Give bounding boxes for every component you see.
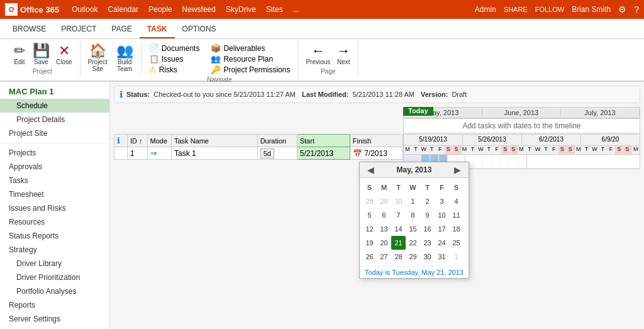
cal-day-28a[interactable]: 28 bbox=[362, 194, 377, 208]
close-button[interactable]: ✕ Close bbox=[53, 43, 75, 67]
cal-day-29b[interactable]: 29 bbox=[406, 250, 420, 264]
resource-plan-button[interactable]: 👥 Resource Plan bbox=[208, 53, 292, 64]
cal-day-8[interactable]: 8 bbox=[406, 208, 420, 222]
sidebar-item-tasks[interactable]: Tasks bbox=[0, 174, 109, 187]
admin-menu[interactable]: Admin bbox=[475, 5, 496, 14]
sidebar-item-approvals[interactable]: Approvals bbox=[0, 160, 109, 174]
cal-day-3[interactable]: 3 bbox=[435, 194, 449, 208]
nav-more[interactable]: ... bbox=[293, 5, 299, 14]
today-button[interactable]: Today bbox=[403, 107, 433, 116]
cal-day-2[interactable]: 2 bbox=[420, 194, 435, 208]
col-mode[interactable]: Mode bbox=[147, 135, 171, 147]
cal-day-24[interactable]: 24 bbox=[435, 236, 449, 250]
sidebar-item-schedule[interactable]: Schedule bbox=[0, 99, 109, 113]
issues-button[interactable]: 📋 Issues bbox=[147, 53, 203, 64]
cal-day-30a[interactable]: 30 bbox=[391, 194, 406, 208]
cal-day-20[interactable]: 20 bbox=[377, 236, 391, 250]
edit-button[interactable]: ✏ Edit bbox=[10, 43, 29, 67]
cal-day-4[interactable]: 4 bbox=[449, 194, 464, 208]
sidebar-item-status-reports[interactable]: Status Reports bbox=[0, 229, 109, 243]
cal-day-19[interactable]: 19 bbox=[362, 236, 377, 250]
cal-day-13[interactable]: 13 bbox=[377, 222, 391, 236]
nav-skydrive[interactable]: SkyDrive bbox=[226, 5, 256, 14]
col-finish[interactable]: Finish bbox=[350, 135, 402, 147]
nav-outlook[interactable]: Outlook bbox=[72, 5, 97, 14]
sidebar-item-projects[interactable]: Projects bbox=[0, 146, 109, 160]
sidebar-item-resources[interactable]: Resources bbox=[0, 215, 109, 229]
cal-day-27[interactable]: 27 bbox=[377, 250, 391, 264]
cal-day-11[interactable]: 11 bbox=[449, 208, 464, 222]
nav-sites[interactable]: Sites bbox=[266, 5, 283, 14]
documents-button[interactable]: 📄 Documents bbox=[147, 43, 203, 53]
sidebar-item-timesheet[interactable]: Timesheet bbox=[0, 187, 109, 201]
cal-day-22[interactable]: 22 bbox=[406, 236, 420, 250]
sidebar-item-project-site[interactable]: Project Site bbox=[0, 126, 109, 140]
task-name-cell[interactable]: Task 1 bbox=[171, 147, 257, 160]
cal-next-button[interactable]: ▶ bbox=[452, 165, 464, 175]
office-logo[interactable]: O Office 365 bbox=[5, 3, 59, 16]
cal-hdr-w: W bbox=[406, 181, 420, 194]
cal-day-28b[interactable]: 28 bbox=[391, 250, 406, 264]
tab-page[interactable]: PAGE bbox=[104, 21, 139, 38]
project-permissions-button[interactable]: 🔑 Project Permissions bbox=[208, 64, 292, 75]
task-finish[interactable]: 📅 7/2013 bbox=[350, 147, 402, 160]
gear-icon[interactable]: ⚙ bbox=[618, 4, 626, 14]
tab-browse[interactable]: BROWSE bbox=[5, 21, 53, 38]
sidebar-item-server-settings[interactable]: Server Settings bbox=[0, 312, 109, 326]
nav-people[interactable]: People bbox=[148, 5, 172, 14]
sidebar-item-reports[interactable]: Reports bbox=[0, 298, 109, 312]
tab-project[interactable]: PROJECT bbox=[53, 21, 104, 38]
tab-task[interactable]: TASK bbox=[140, 21, 175, 38]
cal-day-31[interactable]: 31 bbox=[435, 250, 449, 264]
cal-day-17[interactable]: 17 bbox=[435, 222, 449, 236]
cal-day-26[interactable]: 26 bbox=[362, 250, 377, 264]
cal-day-15[interactable]: 15 bbox=[406, 222, 420, 236]
cal-day-30b[interactable]: 30 bbox=[420, 250, 435, 264]
cal-day-16[interactable]: 16 bbox=[420, 222, 435, 236]
help-icon[interactable]: ? bbox=[634, 4, 639, 14]
today-date[interactable]: Tuesday, May 21, 2013 bbox=[392, 269, 464, 276]
next-button[interactable]: → Next bbox=[334, 43, 353, 67]
sidebar-item-strategy[interactable]: Strategy bbox=[0, 243, 109, 257]
build-team-button[interactable]: 👥 BuildTeam bbox=[114, 43, 136, 74]
col-duration[interactable]: Duration bbox=[257, 135, 297, 147]
sidebar-item-portfolio-analyses[interactable]: Portfolio Analyses bbox=[0, 284, 109, 298]
cal-day-12[interactable]: 12 bbox=[362, 222, 377, 236]
user-name[interactable]: Brian Smith bbox=[572, 5, 611, 14]
follow-button[interactable]: FOLLOW bbox=[535, 6, 564, 13]
tab-options[interactable]: OPTIONS bbox=[175, 21, 224, 38]
nav-calendar[interactable]: Calendar bbox=[108, 5, 139, 14]
cal-day-14[interactable]: 14 bbox=[391, 222, 406, 236]
cal-prev-button[interactable]: ◀ bbox=[365, 165, 377, 175]
nav-newsfeed[interactable]: Newsfeed bbox=[182, 5, 216, 14]
task-duration[interactable]: 5d bbox=[257, 147, 297, 160]
deliverables-button[interactable]: 📦 Deliverables bbox=[208, 43, 292, 53]
cal-day-5[interactable]: 5 bbox=[362, 208, 377, 222]
cal-day-18[interactable]: 18 bbox=[449, 222, 464, 236]
cal-day-23[interactable]: 23 bbox=[420, 236, 435, 250]
chart-cell-14 bbox=[518, 155, 527, 169]
col-start[interactable]: Start bbox=[297, 135, 350, 147]
save-button[interactable]: 💾 Save bbox=[30, 43, 52, 67]
share-button[interactable]: SHARE bbox=[504, 6, 528, 13]
cal-day-6[interactable]: 6 bbox=[377, 208, 391, 222]
cal-day-1[interactable]: 1 bbox=[406, 194, 420, 208]
cal-day-25[interactable]: 25 bbox=[449, 236, 464, 250]
cal-day-9[interactable]: 9 bbox=[420, 208, 435, 222]
project-site-button[interactable]: 🏠 ProjectSite bbox=[86, 43, 110, 74]
sidebar-item-driver-prioritization[interactable]: Driver Prioritization bbox=[0, 270, 109, 284]
risks-button[interactable]: ⚠ Risks bbox=[147, 64, 203, 75]
cal-day-1b[interactable]: 1 bbox=[449, 250, 464, 264]
col-id[interactable]: ID ↑ bbox=[128, 135, 148, 147]
cal-day-7[interactable]: 7 bbox=[391, 208, 406, 222]
sidebar-item-project-details[interactable]: Project Details bbox=[0, 113, 109, 126]
cal-day-29a[interactable]: 29 bbox=[377, 194, 391, 208]
task-start[interactable]: 5/21/2013 bbox=[297, 147, 350, 160]
previous-button[interactable]: ← Previous bbox=[303, 43, 333, 67]
cal-day-21[interactable]: 21 bbox=[391, 236, 406, 250]
sidebar-item-driver-library[interactable]: Driver Library bbox=[0, 257, 109, 270]
sidebar-mac-plan[interactable]: MAC Plan 1 bbox=[0, 84, 109, 99]
col-task-name[interactable]: Task Name bbox=[171, 135, 257, 147]
cal-day-10[interactable]: 10 bbox=[435, 208, 449, 222]
sidebar-item-issues-risks[interactable]: Issues and Risks bbox=[0, 201, 109, 215]
